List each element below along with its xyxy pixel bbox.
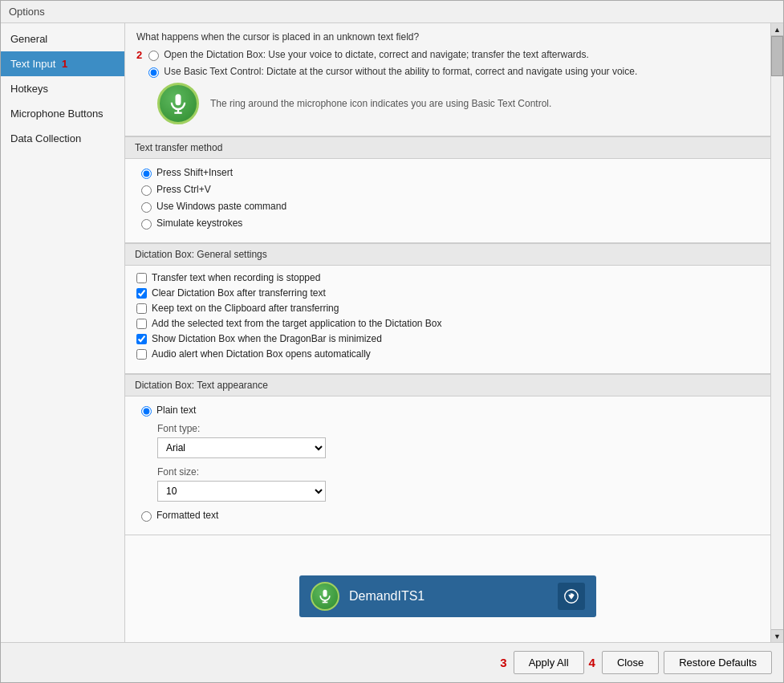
- transfer-option-2-label[interactable]: Press Ctrl+V: [156, 184, 211, 195]
- radio-option1-row[interactable]: 2 Open the Dictation Box: Use your voice…: [136, 49, 759, 61]
- demand-bar-container: DemandITS1: [125, 535, 770, 642]
- checkbox-5-label[interactable]: Show Dictation Box when the DragonBar is…: [152, 333, 382, 344]
- checkbox-2-label[interactable]: Clear Dictation Box after transferring t…: [152, 287, 326, 299]
- checkbox-clear-dictation[interactable]: Clear Dictation Box after transferring t…: [125, 287, 770, 299]
- transfer-option-1-label[interactable]: Press Shift+Insert: [156, 167, 233, 178]
- font-type-label: Font type:: [157, 423, 754, 434]
- text-appearance-header: Dictation Box: Text appearance: [125, 374, 770, 396]
- text-transfer-section: Text transfer method Press Shift+Insert …: [125, 136, 770, 243]
- font-type-select[interactable]: Arial Times New Roman Calibri Verdana: [157, 437, 326, 458]
- svg-point-7: [569, 593, 571, 595]
- formatted-text-label[interactable]: Formatted text: [156, 510, 218, 521]
- transfer-option-4-label[interactable]: Simulate keystrokes: [156, 218, 242, 229]
- text-appearance-section: Dictation Box: Text appearance Plain tex…: [125, 373, 770, 535]
- font-size-label: Font size:: [157, 466, 754, 478]
- step2-badge: 2: [136, 49, 142, 61]
- restore-defaults-button[interactable]: Restore Defaults: [664, 651, 772, 674]
- step1-badge: 1: [62, 58, 67, 70]
- text-transfer-body: Press Shift+Insert Press Ctrl+V Use Wind…: [125, 159, 770, 242]
- demand-label-text: DemandITS1: [349, 589, 548, 604]
- checkbox-4-label[interactable]: Add the selected text from the target ap…: [152, 318, 442, 329]
- demand-logo: [558, 583, 585, 610]
- demand-mic-icon: [311, 582, 339, 611]
- scrollbar-track: [771, 36, 783, 629]
- demand-bar[interactable]: DemandITS1: [299, 575, 596, 617]
- sidebar-item-data-collection[interactable]: Data Collection: [1, 126, 124, 151]
- window-title: Options: [9, 6, 45, 18]
- options-window: Options General Text Input 1 Hotkeys Mic…: [0, 0, 784, 683]
- dictation-general-section: Dictation Box: General settings Transfer…: [125, 243, 770, 373]
- mic-icon-circle: [157, 83, 199, 124]
- sidebar-item-microphone-buttons[interactable]: Microphone Buttons: [1, 101, 124, 126]
- apply-all-button[interactable]: Apply All: [514, 651, 584, 674]
- radio-basic-text-control[interactable]: [148, 67, 159, 78]
- mic-info-row: The ring around the microphone icon indi…: [157, 83, 759, 124]
- text-appearance-body: Plain text Font type: Arial Times New Ro…: [125, 396, 770, 535]
- transfer-radio-simulate-keystrokes[interactable]: Simulate keystrokes: [141, 218, 754, 230]
- step4-badge: 4: [589, 656, 595, 669]
- checkbox-add-selected-text[interactable]: Add the selected text from the target ap…: [125, 318, 770, 329]
- question-text: What happens when the cursor is placed i…: [136, 31, 759, 43]
- step3-badge: 3: [500, 656, 506, 669]
- microphone-icon: [167, 92, 189, 115]
- sidebar: General Text Input 1 Hotkeys Microphone …: [1, 23, 125, 642]
- checkbox-6-label[interactable]: Audio alert when Dictation Box opens aut…: [152, 348, 371, 360]
- sidebar-item-text-input[interactable]: Text Input 1: [1, 51, 124, 76]
- scrollbar-area: ▲ ▼: [770, 23, 783, 642]
- font-type-group: Font type: Arial Times New Roman Calibri…: [141, 423, 754, 458]
- scrollbar-up-arrow[interactable]: ▲: [771, 23, 783, 36]
- checkbox-transfer-recording[interactable]: Transfer text when recording is stopped: [125, 272, 770, 283]
- radio-option1-label[interactable]: Open the Dictation Box: Use your voice t…: [164, 49, 589, 60]
- dictation-general-header: Dictation Box: General settings: [125, 243, 770, 266]
- checkbox-3-label[interactable]: Keep text on the Clipboard after transfe…: [152, 303, 339, 314]
- font-size-select[interactable]: 8 9 10 11 12: [157, 481, 326, 502]
- transfer-option-3-label[interactable]: Use Windows paste command: [156, 201, 286, 212]
- radio-dictation-box[interactable]: [148, 51, 159, 61]
- mic-info-text: The ring around the microphone icon indi…: [210, 98, 551, 109]
- transfer-radio-shift-insert[interactable]: Press Shift+Insert: [141, 167, 754, 179]
- title-bar: Options: [1, 1, 783, 23]
- formatted-text-radio-row[interactable]: Formatted text: [141, 510, 754, 522]
- content-scroll[interactable]: What happens when the cursor is placed i…: [125, 23, 770, 642]
- plain-text-radio-row[interactable]: Plain text: [141, 405, 754, 417]
- svg-rect-0: [176, 94, 181, 105]
- question-block: What happens when the cursor is placed i…: [125, 23, 770, 136]
- sidebar-item-general[interactable]: General: [1, 26, 124, 51]
- demand-microphone-svg: [317, 588, 333, 604]
- transfer-radio-ctrl-v[interactable]: Press Ctrl+V: [141, 184, 754, 196]
- checkbox-1-label[interactable]: Transfer text when recording is stopped: [152, 272, 320, 283]
- plain-text-label[interactable]: Plain text: [156, 405, 196, 416]
- dragon-logo-icon: [563, 587, 580, 605]
- checkbox-keep-clipboard[interactable]: Keep text on the Clipboard after transfe…: [125, 303, 770, 314]
- svg-rect-3: [323, 590, 327, 597]
- checkbox-audio-alert[interactable]: Audio alert when Dictation Box opens aut…: [125, 348, 770, 360]
- checkbox-show-dragonbar[interactable]: Show Dictation Box when the DragonBar is…: [125, 333, 770, 344]
- bottom-bar: 3 Apply All 4 Close Restore Defaults: [1, 642, 783, 682]
- close-button[interactable]: Close: [602, 651, 659, 674]
- scrollbar-down-arrow[interactable]: ▼: [771, 629, 783, 642]
- font-size-group: Font size: 8 9 10 11 12: [141, 466, 754, 502]
- text-transfer-header: Text transfer method: [125, 136, 770, 159]
- checkboxes-body: Transfer text when recording is stopped …: [125, 266, 770, 373]
- scrollbar-thumb[interactable]: [771, 36, 783, 76]
- radio-option2-row[interactable]: 2 Use Basic Text Control: Dictate at the…: [136, 66, 759, 78]
- transfer-radio-windows-paste[interactable]: Use Windows paste command: [141, 201, 754, 213]
- sidebar-item-hotkeys[interactable]: Hotkeys: [1, 76, 124, 101]
- content-area: What happens when the cursor is placed i…: [125, 23, 770, 642]
- radio-option2-label[interactable]: Use Basic Text Control: Dictate at the c…: [164, 66, 637, 77]
- main-area: General Text Input 1 Hotkeys Microphone …: [1, 23, 783, 642]
